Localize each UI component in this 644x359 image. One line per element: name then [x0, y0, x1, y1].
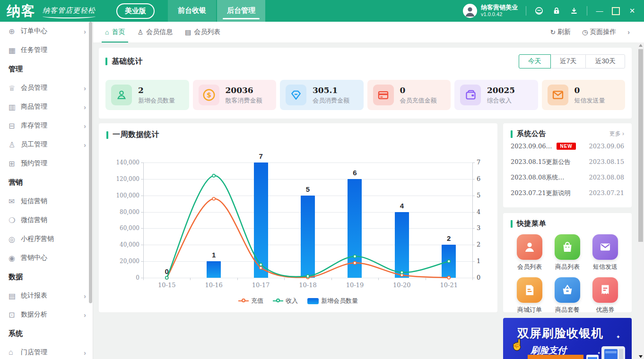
quick-menu-商品列表[interactable]: 商品列表: [548, 234, 586, 271]
tab-label: 会员列表: [194, 28, 220, 36]
goods-icon: ▥: [9, 103, 21, 111]
legend-item[interactable]: 新增会员数量: [307, 297, 358, 305]
chevron-right-icon: ›: [84, 84, 86, 92]
ad-banner[interactable]: 双屏刷脸收银机 刷脸支付 ✦ ✦ ☝: [503, 318, 632, 359]
sidebar-item[interactable]: ◎小程序营销: [0, 230, 93, 248]
sidebar-item-label: 营销中心: [21, 254, 47, 262]
sidebar-item[interactable]: ⊡数据分析›: [0, 305, 93, 324]
sidebar-item[interactable]: ⊞预约管理: [0, 154, 93, 173]
scroll-down-arrow[interactable]: [639, 355, 643, 358]
quick-menu-短信发送[interactable]: 短信发送: [586, 234, 624, 271]
download-icon[interactable]: [569, 6, 579, 16]
tab-会员信息[interactable]: ♙会员信息: [131, 22, 179, 43]
minimize-button[interactable]: —: [595, 7, 604, 15]
quick-menu-商城订单[interactable]: 商城订单: [511, 277, 548, 314]
section-accent-bar: [106, 131, 108, 139]
tab-首页[interactable]: ⌂首页: [99, 22, 131, 43]
data-point: [212, 174, 215, 177]
wallet-icon: [460, 85, 481, 105]
announcement-row[interactable]: 2023.08.15更新公告2023.08.15: [511, 154, 624, 170]
y-axis-label: 140,000: [109, 159, 139, 166]
tab-label: 会员信息: [146, 28, 173, 36]
sidebar-item-label: 门店管理: [21, 348, 47, 357]
sidebar-section-label: 管理: [0, 60, 93, 78]
support-icon[interactable]: [534, 6, 544, 16]
sidebar: ⊕订单中心›▦任务管理管理♕会员管理›▥商品管理›⊟库存管理›♙员工管理›⊞预约…: [0, 22, 93, 359]
sidebar-item[interactable]: ▥商品管理›: [0, 97, 93, 116]
legend-line-marker: [273, 300, 283, 301]
sidebar-item[interactable]: ❍微信营销: [0, 211, 93, 230]
lock-icon[interactable]: [552, 6, 561, 16]
sidebar-item[interactable]: ▦任务管理: [0, 41, 93, 60]
announcements-more-link[interactable]: 更多 ›: [609, 130, 624, 138]
page-scrollbar[interactable]: [637, 43, 644, 359]
right-axis-label: 7: [477, 159, 480, 166]
sidebar-item[interactable]: ⌂门店管理›: [0, 343, 93, 359]
quick-menu-会员列表[interactable]: 会员列表: [511, 234, 548, 271]
right-axis-label: 4: [477, 208, 480, 215]
announcement-title: 2023.08.08系统…: [511, 173, 564, 182]
sidebar-item-label: 任务管理: [21, 46, 47, 54]
page-operations-icon: ◷: [582, 28, 588, 36]
section-accent-bar: [511, 130, 513, 138]
weekly-chart-section: 一周数据统计 140,0007120,0006100,000580,000460…: [99, 123, 497, 312]
y-axis-label: 120,000: [109, 176, 139, 182]
tasks-icon: ▦: [9, 46, 21, 55]
sidebar-item[interactable]: ⊟库存管理›: [0, 116, 93, 135]
announcement-row[interactable]: 2023.08.08系统…2023.08.08: [511, 170, 624, 185]
sidebar-item[interactable]: ▤统计报表›: [0, 286, 93, 305]
inventory-icon: ⊟: [9, 121, 21, 130]
range-button-今天[interactable]: 今天: [519, 54, 551, 68]
user-info[interactable]: 纳客营销美业 v1.0.0.42: [463, 4, 518, 18]
sparkle-icon: ✦: [616, 334, 620, 340]
envelope-icon: [548, 85, 568, 105]
app-logo: 纳客: [7, 1, 36, 20]
weekly-combo-chart: 140,0007120,0006100,000580,000460,000340…: [106, 152, 490, 302]
nav-tab-cashier[interactable]: 前台收银: [168, 0, 216, 22]
report-icon: ▤: [9, 291, 21, 300]
quick-menu-优惠券[interactable]: 优惠券: [586, 277, 624, 314]
range-button-近7天[interactable]: 近7天: [550, 54, 586, 68]
refresh-button[interactable]: ↻ 刷新: [550, 28, 571, 36]
scroll-up-arrow[interactable]: [639, 44, 643, 47]
ad-subline: 刷脸支付: [531, 344, 566, 357]
right-axis-label: 2: [477, 241, 480, 248]
y-axis-label: 60,000: [109, 225, 139, 231]
scrollbar-thumb[interactable]: [638, 49, 643, 242]
page-operations-button[interactable]: ◷ 页面操作: [582, 28, 616, 36]
nav-tab-backoffice[interactable]: 后台管理: [217, 0, 265, 22]
maximize-button[interactable]: [612, 7, 620, 15]
sidebar-item[interactable]: ♕会员管理›: [0, 78, 93, 97]
close-button[interactable]: ✕: [628, 7, 636, 15]
new-badge: NEW: [557, 143, 575, 150]
sidebar-item[interactable]: ⊕订单中心›: [0, 22, 93, 41]
line-充值: [167, 199, 449, 278]
sidebar-item[interactable]: ✉短信营销: [0, 192, 93, 211]
list-icon: ▤: [185, 28, 191, 36]
sidebar-item[interactable]: ◉营销中心: [0, 248, 93, 267]
sidebar-section-label: 系统: [0, 324, 93, 343]
announcement-row[interactable]: 2023.09.06…NEW2023.09.06: [511, 138, 624, 154]
quick-menu-商品套餐[interactable]: 商品套餐: [548, 277, 586, 314]
data-point: [353, 262, 356, 265]
chevron-right-icon: ›: [84, 349, 86, 357]
sidebar-item-label: 统计报表: [21, 291, 47, 300]
member-icon: [111, 85, 132, 105]
tab-会员列表[interactable]: ▤会员列表: [179, 22, 226, 43]
sidebar-item[interactable]: ♙员工管理›: [0, 135, 93, 154]
legend-item[interactable]: 收入: [273, 297, 298, 305]
page-operations-label: 页面操作: [590, 28, 616, 36]
edition-badge[interactable]: 美业版: [116, 3, 155, 19]
range-button-近30天[interactable]: 近30天: [585, 54, 625, 68]
dashboard-content: 基础统计 今天近7天近30天 2 新增会员数量$ 20036 散客消费金额 30…: [93, 43, 637, 359]
sidebar-scrollbar-thumb[interactable]: [89, 22, 92, 303]
app-slogan-box: 纳客管店更轻松: [43, 6, 96, 18]
home-icon: ⌂: [105, 28, 109, 36]
chevron-right-icon[interactable]: ›: [627, 28, 630, 36]
globe-icon: ⊕: [9, 27, 21, 36]
announcement-row[interactable]: 2023.07.21更新说明2023.07.21: [511, 185, 624, 201]
legend-item[interactable]: 充值: [238, 297, 263, 305]
stat-label: 短信发送量: [574, 96, 605, 105]
stat-card: 305.1 会员消费金额: [280, 80, 364, 110]
header-divider: [526, 6, 526, 16]
